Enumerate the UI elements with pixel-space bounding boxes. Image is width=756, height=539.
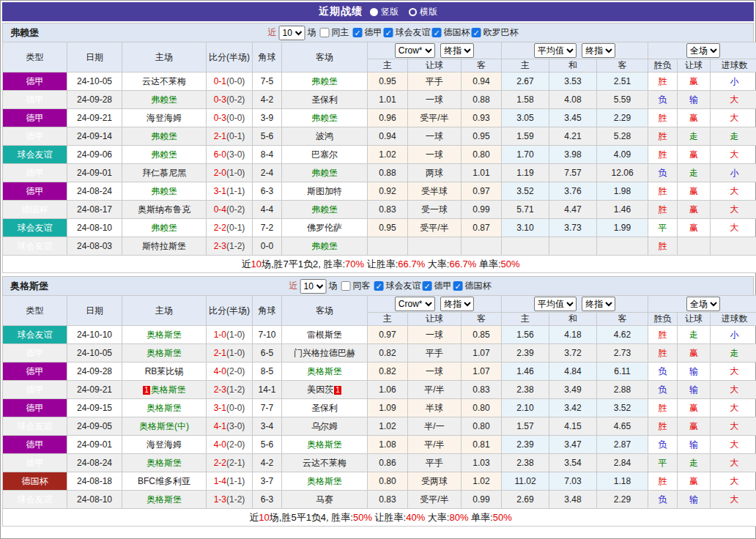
league-filter[interactable]: ✓球会友谊 xyxy=(373,280,421,292)
full-time-score: 0-4 xyxy=(214,204,226,215)
score-cell[interactable]: 2-1(1-0) xyxy=(207,344,253,363)
away-team[interactable]: 奥格斯堡 xyxy=(282,363,368,381)
odds-home: 0.82 xyxy=(368,344,408,363)
score-cell[interactable]: 6-0(3-0) xyxy=(207,146,253,164)
odds2-time-select[interactable]: 终指 xyxy=(582,297,615,311)
score-cell[interactable]: 4-1(3-0) xyxy=(207,417,253,436)
half-time-score: (3-0) xyxy=(226,421,245,431)
score-cell[interactable]: 2-2(2-1) xyxy=(207,454,253,472)
odds1-company-select[interactable]: Crow* xyxy=(395,43,435,58)
result-handicap: 输 xyxy=(678,91,711,109)
score-cell[interactable]: 0-3(0-0) xyxy=(207,109,253,127)
summary-segment: 80% xyxy=(449,512,468,523)
away-team[interactable]: 美因茨1 xyxy=(282,381,368,399)
home-team[interactable]: 奥格斯堡 xyxy=(122,491,207,509)
away-team[interactable]: 圣保利 xyxy=(282,91,368,109)
odds-away: 0.80 xyxy=(462,417,502,436)
away-team[interactable]: 云达不莱梅 xyxy=(282,454,368,472)
home-team[interactable]: 弗赖堡 xyxy=(122,146,207,164)
summary-segment: 让胜率: xyxy=(364,259,398,270)
home-team[interactable]: BFC维多利亚 xyxy=(122,472,207,491)
home-team[interactable]: RB莱比锡 xyxy=(122,363,207,381)
away-team[interactable]: 弗赖堡 xyxy=(282,201,368,219)
league-filter[interactable]: ✓德国杯 xyxy=(431,26,470,39)
match-count-select[interactable]: 10 xyxy=(279,26,305,40)
odds2-time-select[interactable]: 终指 xyxy=(582,43,615,58)
home-team[interactable]: 海登海姆 xyxy=(122,436,207,454)
same-side-filter[interactable]: 同主 xyxy=(319,26,349,39)
home-team[interactable]: 弗赖堡 xyxy=(122,219,207,237)
home-team[interactable]: 奥格斯堡 xyxy=(122,399,207,417)
result-scope-select[interactable]: 全场 xyxy=(686,297,720,311)
home-team[interactable]: 斯特拉斯堡 xyxy=(122,237,207,256)
radio-vertical-option[interactable]: 竖版 xyxy=(370,6,399,18)
home-team[interactable]: 弗赖堡 xyxy=(122,182,207,201)
home-team[interactable]: 奥格斯堡(中) xyxy=(122,417,207,436)
away-team[interactable]: 斯图加特 xyxy=(282,182,368,201)
odds2-company-select[interactable]: 平均值 xyxy=(534,43,577,58)
avg-away: 2.84 xyxy=(597,454,648,472)
away-team[interactable]: 弗赖堡 xyxy=(282,237,368,256)
away-team[interactable]: 马赛 xyxy=(282,491,368,509)
home-team[interactable]: 奥格斯堡 xyxy=(122,326,207,344)
odds1-time-select[interactable]: 终指 xyxy=(440,43,474,58)
league-filter[interactable]: ✓德国杯 xyxy=(452,280,492,292)
corners: 8-5 xyxy=(253,363,282,381)
league-filter[interactable]: ✓德甲 xyxy=(352,26,382,39)
avg-draw: 3.53 xyxy=(549,73,597,91)
score-cell[interactable]: 2-2(0-1) xyxy=(207,219,253,237)
score-cell[interactable]: 3-1(0-0) xyxy=(207,399,253,417)
score-cell[interactable]: 3-1(1-1) xyxy=(207,182,253,201)
result-handicap: 赢 xyxy=(678,146,711,164)
score-cell[interactable]: 0-3(0-2) xyxy=(207,91,253,109)
home-team[interactable]: 拜仁慕尼黑 xyxy=(122,164,207,182)
home-team[interactable]: 弗赖堡 xyxy=(122,127,207,146)
home-team[interactable]: 奥格斯堡 xyxy=(122,454,207,472)
radio-horizontal-option[interactable]: 横版 xyxy=(409,6,437,18)
same-side-filter[interactable]: 同客 xyxy=(340,280,371,292)
home-team[interactable]: 奥格斯堡 xyxy=(122,344,207,363)
home-team[interactable]: 海登海姆 xyxy=(122,109,207,127)
score-cell[interactable]: 1-4(1-1) xyxy=(207,472,253,491)
match-count-select[interactable]: 10 xyxy=(300,279,327,294)
score-cell[interactable]: 2-3(1-2) xyxy=(207,381,253,399)
odds2-company-select[interactable]: 平均值 xyxy=(534,297,577,311)
odds-home: 0.94 xyxy=(368,127,408,146)
match-date: 24-08-03 xyxy=(67,237,122,256)
away-team[interactable]: 乌尔姆 xyxy=(282,417,368,436)
avg-away: 2.29 xyxy=(597,491,648,509)
odds1-time-select[interactable]: 终指 xyxy=(440,297,474,311)
away-team[interactable]: 门兴格拉德巴赫 xyxy=(282,344,368,363)
home-team[interactable]: 奥斯纳布鲁克 xyxy=(122,201,207,219)
league-filter[interactable]: ✓球会友谊 xyxy=(382,26,431,39)
away-team[interactable]: 弗赖堡 xyxy=(282,164,368,182)
league-badge: 德甲 xyxy=(3,436,67,454)
score-cell[interactable]: 1-0(1-0) xyxy=(207,326,253,344)
half-time-score: (1-2) xyxy=(226,241,245,251)
away-team[interactable]: 圣保利 xyxy=(282,399,368,417)
score-cell[interactable]: 2-3(1-2) xyxy=(207,237,253,256)
score-cell[interactable]: 0-4(0-2) xyxy=(207,201,253,219)
score-cell[interactable]: 4-0(2-0) xyxy=(207,363,253,381)
home-team[interactable]: 云达不莱梅 xyxy=(122,73,207,91)
away-team[interactable]: 弗赖堡 xyxy=(282,73,368,91)
odds-away: 1.02 xyxy=(462,472,502,491)
away-team[interactable]: 佛罗伦萨 xyxy=(282,219,368,237)
odds1-company-select[interactable]: Crow* xyxy=(395,297,435,311)
score-cell[interactable]: 1-3(1-2) xyxy=(207,491,253,509)
away-team[interactable]: 弗赖堡 xyxy=(282,109,368,127)
away-team[interactable]: 奥格斯堡 xyxy=(282,436,368,454)
home-team[interactable]: 1奥格斯堡 xyxy=(122,381,207,399)
home-team[interactable]: 弗赖堡 xyxy=(122,91,207,109)
result-scope-select[interactable]: 全场 xyxy=(686,43,720,58)
score-cell[interactable]: 4-0(2-0) xyxy=(207,436,253,454)
score-cell[interactable]: 2-1(0-1) xyxy=(207,127,253,146)
away-team[interactable]: 雷根斯堡 xyxy=(282,326,368,344)
away-team[interactable]: 巴塞尔 xyxy=(282,146,368,164)
league-filter[interactable]: ✓德甲 xyxy=(421,280,452,292)
score-cell[interactable]: 2-0(1-0) xyxy=(207,164,253,182)
score-cell[interactable]: 0-1(0-0) xyxy=(207,73,253,91)
away-team[interactable]: 波鸿 xyxy=(282,127,368,146)
league-filter[interactable]: ✓欧罗巴杯 xyxy=(470,26,519,39)
away-team[interactable]: 奥格斯堡 xyxy=(282,472,368,491)
